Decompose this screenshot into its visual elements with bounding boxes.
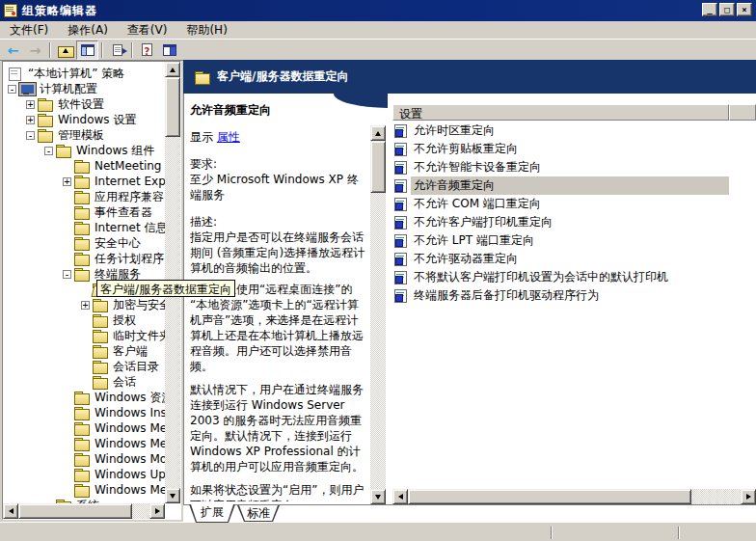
folder-icon [93, 345, 107, 357]
expand-icon[interactable]: + [63, 177, 71, 186]
help-button[interactable]: ? [136, 41, 158, 60]
tree-item-task-scheduler[interactable]: 任务计划程序 [3, 251, 165, 266]
tree-item-sessions[interactable]: 会话 [3, 374, 165, 390]
tree-item-windows-installer[interactable]: Windows Inst [3, 405, 165, 420]
back-button[interactable]: ← [2, 41, 24, 60]
tree-item-encryption-and-security[interactable]: +加密与安全 [3, 297, 165, 312]
setting-row[interactable]: 不允许智能卡设备重定向 [394, 158, 729, 176]
tree-scroll-left-button[interactable] [3, 503, 18, 519]
menu-bar: 文件(F) 操作(A) 查看(V) 帮助(H) [0, 21, 756, 40]
minimize-button[interactable]: _ [702, 3, 717, 16]
tree-item-internet-explorer[interactable]: +Internet Expl [3, 174, 165, 189]
tree-item-windows-explorer[interactable]: Windows 资源 [3, 390, 165, 405]
description-scrollbar-thumb[interactable] [370, 141, 386, 193]
expand-icon[interactable]: + [26, 116, 35, 124]
collapse-icon[interactable]: - [63, 270, 71, 279]
tree-scroll-down-button[interactable] [165, 488, 180, 503]
folder-icon [74, 237, 89, 249]
show-action-pane-button[interactable] [158, 41, 180, 60]
list-scroll-left-button[interactable] [392, 489, 408, 504]
policy-setting-icon [394, 198, 407, 211]
tree-item-local-computer-policy[interactable]: “本地计算机” 策略 [3, 66, 165, 81]
expand-icon[interactable]: + [81, 301, 90, 310]
description-scroll-down-button[interactable] [370, 489, 386, 504]
policy-setting-icon [394, 271, 407, 284]
menu-view[interactable]: 查看(V) [118, 20, 177, 41]
tree-item-licensing[interactable]: 授权 [3, 312, 165, 328]
tab-standard[interactable]: 标准 [237, 505, 280, 522]
collapse-icon[interactable]: - [44, 147, 53, 155]
tree-scroll-up-button[interactable] [165, 62, 180, 77]
setting-row[interactable]: 不允许 LPT 端口重定向 [394, 231, 729, 250]
tree-item-windows-settings[interactable]: +Windows 设置 [3, 112, 165, 127]
tree-item-application-compatibility[interactable]: 应用程序兼容 [3, 189, 165, 204]
menu-file[interactable]: 文件(F) [0, 20, 58, 41]
forward-button[interactable]: → [24, 41, 46, 60]
expand-icon[interactable]: + [26, 100, 35, 109]
tree-item-session-directory[interactable]: 会话目录 [3, 359, 165, 374]
tree-item-event-viewer[interactable]: 事件查看器 [3, 204, 165, 220]
tree-item-windows-movie-maker[interactable]: Windows Movi [3, 451, 165, 467]
show-console-tree-button[interactable] [76, 41, 98, 60]
policy-setting-icon [394, 216, 407, 230]
folder-icon [93, 330, 107, 341]
back-icon: ← [8, 43, 19, 57]
tree-item-security-center[interactable]: 安全中心 [3, 235, 165, 251]
tree-item-software-settings[interactable]: +软件设置 [3, 96, 165, 112]
folder-icon [93, 299, 107, 311]
setting-row[interactable]: 不允许驱动器重定向 [394, 250, 729, 268]
folder-icon [74, 253, 89, 264]
tree-item-temporary-folders[interactable]: 临时文件夹 [3, 328, 165, 343]
list-column-header-setting[interactable]: 设置 [392, 104, 729, 121]
export-list-button[interactable] [106, 41, 128, 60]
tree-item-windows-media-2[interactable]: Windows Medi [3, 482, 165, 498]
folder-icon [93, 361, 107, 372]
tree-item-client[interactable]: 客户端 [3, 343, 165, 359]
up-one-level-button[interactable] [54, 41, 76, 60]
folder-icon [74, 160, 89, 172]
setting-row[interactable]: 不将默认客户端打印机设置为会话中的默认打印机 [394, 268, 729, 286]
tree-item-administrative-templates[interactable]: -管理模板 [3, 127, 165, 143]
pane-splitter[interactable] [386, 109, 392, 504]
policy-setting-icon [394, 234, 407, 248]
tree-item-windows-media[interactable]: Windows Medi [3, 436, 165, 451]
collapse-icon[interactable]: - [8, 85, 16, 94]
tree-item-computer-configuration[interactable]: -计算机配置 [3, 81, 165, 96]
tree-item-netmeeting[interactable]: NetMeeting [3, 158, 165, 174]
header-folder-icon [195, 71, 209, 83]
policy-setting-icon [394, 253, 407, 266]
display-label: 显示 [190, 130, 213, 144]
tree-vertical-scrollbar-thumb[interactable] [165, 77, 180, 137]
list-scroll-right-button[interactable] [741, 489, 756, 504]
folder-icon [74, 392, 89, 403]
description-scrollbar-track[interactable] [370, 141, 386, 489]
tree-item-windows-update[interactable]: Windows Upda [3, 467, 165, 482]
computer-icon [19, 83, 34, 95]
properties-link[interactable]: 属性 [217, 130, 240, 144]
collapse-icon[interactable]: - [26, 131, 35, 140]
setting-row[interactable]: 允许时区重定向 [394, 122, 729, 140]
description-scroll-up-button[interactable] [370, 125, 386, 141]
menu-action[interactable]: 操作(A) [58, 20, 118, 41]
display-line: 显示 属性 [190, 129, 368, 145]
list-column-header-state[interactable] [729, 104, 756, 121]
folder-icon [74, 191, 89, 203]
close-button[interactable]: × [737, 3, 752, 16]
tree-scroll-right-button[interactable] [149, 503, 165, 519]
tree-item-windows-components[interactable]: -Windows 组件 [3, 143, 165, 158]
tree-horizontal-scrollbar-thumb[interactable] [18, 503, 132, 519]
folder-icon [38, 114, 52, 125]
maximize-button[interactable]: □ [719, 3, 735, 16]
tab-extended[interactable]: 扩展 [189, 504, 235, 523]
list-horizontal-scrollbar-thumb[interactable] [408, 489, 691, 504]
setting-row[interactable]: 不允许 COM 端口重定向 [394, 195, 729, 213]
setting-row[interactable]: 不允许剪贴板重定向 [394, 140, 729, 158]
tree-item-internet-information[interactable]: Internet 信息 [3, 220, 165, 235]
folder-icon [74, 222, 89, 233]
setting-row[interactable]: 不允许客户端打印机重定向 [394, 213, 729, 231]
setting-row-selected[interactable]: 允许音频重定向 [394, 176, 729, 195]
menu-help[interactable]: 帮助(H) [176, 20, 236, 41]
tree-item-windows-messenger[interactable]: Windows Mess [3, 420, 165, 436]
setting-row[interactable]: 终端服务器后备打印机驱动程序行为 [394, 286, 729, 305]
requirements-text: 至少 Microsoft Windows XP 终端服务 [190, 172, 368, 203]
